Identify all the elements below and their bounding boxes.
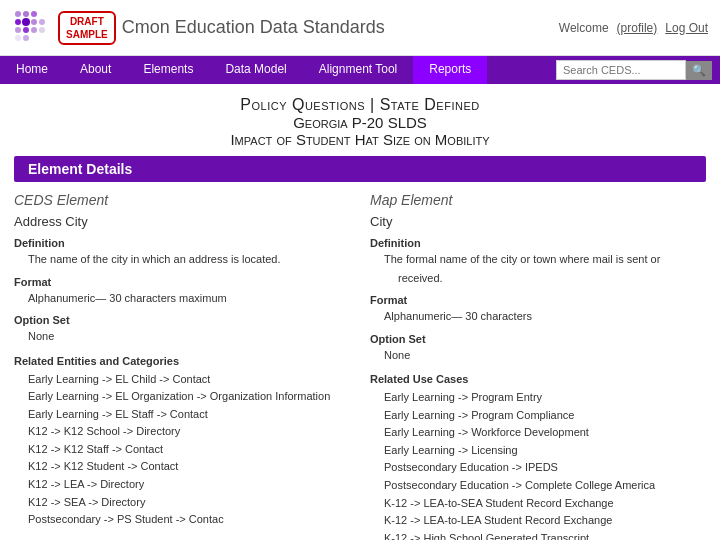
- map-element-column: Map Element City Definition The formal n…: [370, 182, 706, 540]
- ceds-definition-label: Definition: [14, 237, 350, 249]
- ceds-format-label: Format: [14, 276, 350, 288]
- nav-data-model[interactable]: Data Model: [209, 56, 302, 84]
- nav-home[interactable]: Home: [0, 56, 64, 84]
- list-item: K-12 -> LEA-to-SEA Student Record Exchan…: [370, 495, 706, 513]
- nav-elements[interactable]: Elements: [127, 56, 209, 84]
- nav-alignment-tool[interactable]: Alignment Tool: [303, 56, 414, 84]
- logo-text: Cmon Education Data Standards: [122, 17, 385, 38]
- logo-icon: [12, 8, 52, 48]
- map-option-set-value: None: [370, 347, 706, 364]
- ceds-related-items: Early Learning -> EL Child -> ContactEar…: [14, 371, 350, 529]
- list-item: Postsecondary Education -> IPEDS: [370, 459, 706, 477]
- page-title-area: Policy Questions | State Defined Georgia…: [0, 84, 720, 156]
- list-item: K12 -> K12 Student -> Contact: [14, 458, 350, 476]
- svg-point-11: [15, 35, 21, 41]
- list-item: Early Learning -> EL Child -> Contact: [14, 371, 350, 389]
- logo-area: DRAFT SAMPLE Cmon Education Data Standar…: [12, 8, 559, 48]
- list-item: Postsecondary Education -> Complete Coll…: [370, 477, 706, 495]
- svg-point-12: [23, 35, 29, 41]
- map-format-value: Alphanumeric— 30 characters: [370, 308, 706, 325]
- ceds-element-column: CEDS Element Address City Definition The…: [14, 182, 350, 540]
- ceds-related-label: Related Entities and Categories: [14, 355, 350, 367]
- welcome-text: Welcome: [559, 21, 609, 35]
- draft-badge: DRAFT SAMPLE: [58, 11, 116, 45]
- list-item: Early Learning -> Workforce Development: [370, 424, 706, 442]
- nav-spacer: [487, 56, 548, 84]
- list-item: Early Learning -> Licensing: [370, 442, 706, 460]
- svg-point-5: [31, 19, 37, 25]
- page-title-line3: Impact of Student Hat Size on Mobility: [20, 131, 700, 148]
- list-item: Early Learning -> Program Entry: [370, 389, 706, 407]
- list-item: K12 -> K12 School -> Directory: [14, 423, 350, 441]
- nav-search-area: 🔍: [548, 56, 720, 84]
- svg-point-3: [15, 19, 21, 25]
- page-title-line2: Georgia P-20 SLDS: [20, 114, 700, 131]
- ceds-format-value: Alphanumeric— 30 characters maximum: [14, 290, 350, 307]
- map-related-items: Early Learning -> Program EntryEarly Lea…: [370, 389, 706, 540]
- svg-point-6: [39, 19, 45, 25]
- list-item: K12 -> K12 Staff -> Contact: [14, 441, 350, 459]
- map-format-label: Format: [370, 294, 706, 306]
- map-field-name: City: [370, 214, 706, 229]
- ceds-option-set-value: None: [14, 328, 350, 345]
- ceds-option-set-label: Option Set: [14, 314, 350, 326]
- svg-point-8: [23, 27, 29, 33]
- header: DRAFT SAMPLE Cmon Education Data Standar…: [0, 0, 720, 56]
- nav-bar: Home About Elements Data Model Alignment…: [0, 56, 720, 84]
- list-item: K-12 -> LEA-to-LEA Student Record Exchan…: [370, 512, 706, 530]
- page-title-line1: Policy Questions | State Defined: [20, 96, 700, 114]
- ceds-col-title: CEDS Element: [14, 192, 350, 208]
- nav-reports[interactable]: Reports: [413, 56, 487, 84]
- list-item: K-12 -> High School Generated Transcript: [370, 530, 706, 540]
- map-related-label: Related Use Cases: [370, 373, 706, 385]
- map-col-title: Map Element: [370, 192, 706, 208]
- header-right: Welcome (profile) Log Out: [559, 21, 708, 35]
- map-definition-label: Definition: [370, 237, 706, 249]
- search-input[interactable]: [556, 60, 686, 80]
- content-area: CEDS Element Address City Definition The…: [0, 182, 720, 540]
- svg-point-7: [15, 27, 21, 33]
- svg-point-10: [39, 27, 45, 33]
- svg-point-4: [22, 18, 30, 26]
- element-details-header: Element Details: [14, 156, 706, 182]
- map-definition-value1: The formal name of the city or town wher…: [370, 251, 706, 268]
- ceds-field-name: Address City: [14, 214, 350, 229]
- list-item: Early Learning -> Program Compliance: [370, 407, 706, 425]
- list-item: K12 -> LEA -> Directory: [14, 476, 350, 494]
- svg-point-1: [23, 11, 29, 17]
- list-item: Early Learning -> EL Organization -> Org…: [14, 388, 350, 406]
- svg-point-0: [15, 11, 21, 17]
- search-button[interactable]: 🔍: [686, 61, 712, 80]
- nav-about[interactable]: About: [64, 56, 127, 84]
- list-item: Early Learning -> EL Staff -> Contact: [14, 406, 350, 424]
- map-option-set-label: Option Set: [370, 333, 706, 345]
- profile-link[interactable]: (profile): [617, 21, 658, 35]
- map-definition-value2: received.: [370, 270, 706, 287]
- list-item: K12 -> SEA -> Directory: [14, 494, 350, 512]
- svg-point-2: [31, 11, 37, 17]
- logout-link[interactable]: Log Out: [665, 21, 708, 35]
- list-item: Postsecondary -> PS Student -> Contac: [14, 511, 350, 529]
- svg-point-9: [31, 27, 37, 33]
- ceds-definition-value: The name of the city in which an address…: [14, 251, 350, 268]
